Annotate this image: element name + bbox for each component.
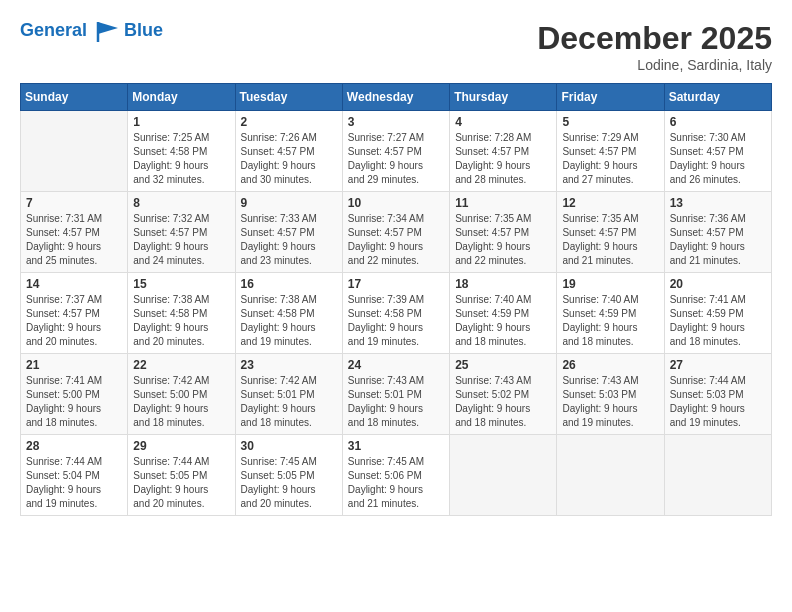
day-number: 10 — [348, 196, 444, 210]
calendar-cell: 22Sunrise: 7:42 AMSunset: 5:00 PMDayligh… — [128, 354, 235, 435]
day-number: 8 — [133, 196, 229, 210]
day-number: 19 — [562, 277, 658, 291]
day-info: Sunrise: 7:31 AMSunset: 4:57 PMDaylight:… — [26, 212, 122, 268]
calendar-cell: 30Sunrise: 7:45 AMSunset: 5:05 PMDayligh… — [235, 435, 342, 516]
day-number: 15 — [133, 277, 229, 291]
calendar-week-row: 21Sunrise: 7:41 AMSunset: 5:00 PMDayligh… — [21, 354, 772, 435]
day-number: 3 — [348, 115, 444, 129]
calendar-cell: 13Sunrise: 7:36 AMSunset: 4:57 PMDayligh… — [664, 192, 771, 273]
day-info: Sunrise: 7:34 AMSunset: 4:57 PMDaylight:… — [348, 212, 444, 268]
calendar-cell: 23Sunrise: 7:42 AMSunset: 5:01 PMDayligh… — [235, 354, 342, 435]
day-number: 6 — [670, 115, 766, 129]
weekday-header-saturday: Saturday — [664, 84, 771, 111]
day-number: 18 — [455, 277, 551, 291]
day-number: 24 — [348, 358, 444, 372]
day-number: 9 — [241, 196, 337, 210]
day-info: Sunrise: 7:25 AMSunset: 4:58 PMDaylight:… — [133, 131, 229, 187]
day-number: 26 — [562, 358, 658, 372]
day-number: 13 — [670, 196, 766, 210]
day-info: Sunrise: 7:40 AMSunset: 4:59 PMDaylight:… — [562, 293, 658, 349]
calendar-week-row: 28Sunrise: 7:44 AMSunset: 5:04 PMDayligh… — [21, 435, 772, 516]
day-number: 7 — [26, 196, 122, 210]
day-number: 4 — [455, 115, 551, 129]
day-info: Sunrise: 7:44 AMSunset: 5:05 PMDaylight:… — [133, 455, 229, 511]
day-number: 14 — [26, 277, 122, 291]
day-info: Sunrise: 7:33 AMSunset: 4:57 PMDaylight:… — [241, 212, 337, 268]
day-info: Sunrise: 7:41 AMSunset: 4:59 PMDaylight:… — [670, 293, 766, 349]
calendar-week-row: 14Sunrise: 7:37 AMSunset: 4:57 PMDayligh… — [21, 273, 772, 354]
calendar-week-row: 7Sunrise: 7:31 AMSunset: 4:57 PMDaylight… — [21, 192, 772, 273]
day-info: Sunrise: 7:30 AMSunset: 4:57 PMDaylight:… — [670, 131, 766, 187]
day-info: Sunrise: 7:43 AMSunset: 5:02 PMDaylight:… — [455, 374, 551, 430]
svg-marker-0 — [98, 22, 118, 34]
day-info: Sunrise: 7:44 AMSunset: 5:03 PMDaylight:… — [670, 374, 766, 430]
weekday-header-thursday: Thursday — [450, 84, 557, 111]
calendar-cell: 1Sunrise: 7:25 AMSunset: 4:58 PMDaylight… — [128, 111, 235, 192]
calendar-cell: 14Sunrise: 7:37 AMSunset: 4:57 PMDayligh… — [21, 273, 128, 354]
calendar-cell — [21, 111, 128, 192]
calendar-cell: 8Sunrise: 7:32 AMSunset: 4:57 PMDaylight… — [128, 192, 235, 273]
day-info: Sunrise: 7:40 AMSunset: 4:59 PMDaylight:… — [455, 293, 551, 349]
calendar-cell: 27Sunrise: 7:44 AMSunset: 5:03 PMDayligh… — [664, 354, 771, 435]
day-info: Sunrise: 7:39 AMSunset: 4:58 PMDaylight:… — [348, 293, 444, 349]
day-number: 23 — [241, 358, 337, 372]
calendar-cell: 12Sunrise: 7:35 AMSunset: 4:57 PMDayligh… — [557, 192, 664, 273]
day-info: Sunrise: 7:27 AMSunset: 4:57 PMDaylight:… — [348, 131, 444, 187]
day-number: 28 — [26, 439, 122, 453]
day-number: 1 — [133, 115, 229, 129]
calendar-cell: 7Sunrise: 7:31 AMSunset: 4:57 PMDaylight… — [21, 192, 128, 273]
day-number: 20 — [670, 277, 766, 291]
weekday-header-tuesday: Tuesday — [235, 84, 342, 111]
day-info: Sunrise: 7:37 AMSunset: 4:57 PMDaylight:… — [26, 293, 122, 349]
day-number: 16 — [241, 277, 337, 291]
weekday-header-wednesday: Wednesday — [342, 84, 449, 111]
day-number: 11 — [455, 196, 551, 210]
day-info: Sunrise: 7:36 AMSunset: 4:57 PMDaylight:… — [670, 212, 766, 268]
calendar-cell: 3Sunrise: 7:27 AMSunset: 4:57 PMDaylight… — [342, 111, 449, 192]
calendar-cell: 9Sunrise: 7:33 AMSunset: 4:57 PMDaylight… — [235, 192, 342, 273]
weekday-header-friday: Friday — [557, 84, 664, 111]
calendar-cell: 5Sunrise: 7:29 AMSunset: 4:57 PMDaylight… — [557, 111, 664, 192]
day-info: Sunrise: 7:38 AMSunset: 4:58 PMDaylight:… — [241, 293, 337, 349]
calendar-cell — [450, 435, 557, 516]
day-info: Sunrise: 7:28 AMSunset: 4:57 PMDaylight:… — [455, 131, 551, 187]
day-number: 25 — [455, 358, 551, 372]
calendar-cell: 6Sunrise: 7:30 AMSunset: 4:57 PMDaylight… — [664, 111, 771, 192]
weekday-header-monday: Monday — [128, 84, 235, 111]
logo-general: General — [20, 20, 87, 40]
calendar-cell: 2Sunrise: 7:26 AMSunset: 4:57 PMDaylight… — [235, 111, 342, 192]
day-info: Sunrise: 7:42 AMSunset: 5:01 PMDaylight:… — [241, 374, 337, 430]
day-info: Sunrise: 7:35 AMSunset: 4:57 PMDaylight:… — [562, 212, 658, 268]
day-info: Sunrise: 7:42 AMSunset: 5:00 PMDaylight:… — [133, 374, 229, 430]
day-number: 17 — [348, 277, 444, 291]
calendar-cell: 25Sunrise: 7:43 AMSunset: 5:02 PMDayligh… — [450, 354, 557, 435]
day-info: Sunrise: 7:45 AMSunset: 5:05 PMDaylight:… — [241, 455, 337, 511]
calendar-cell — [557, 435, 664, 516]
day-info: Sunrise: 7:45 AMSunset: 5:06 PMDaylight:… — [348, 455, 444, 511]
calendar-cell: 18Sunrise: 7:40 AMSunset: 4:59 PMDayligh… — [450, 273, 557, 354]
title-block: December 2025 Lodine, Sardinia, Italy — [537, 20, 772, 73]
calendar-cell: 21Sunrise: 7:41 AMSunset: 5:00 PMDayligh… — [21, 354, 128, 435]
day-number: 22 — [133, 358, 229, 372]
calendar-cell: 26Sunrise: 7:43 AMSunset: 5:03 PMDayligh… — [557, 354, 664, 435]
calendar-cell: 24Sunrise: 7:43 AMSunset: 5:01 PMDayligh… — [342, 354, 449, 435]
page-header: General Blue December 2025 Lodine, Sardi… — [20, 20, 772, 73]
calendar-table: SundayMondayTuesdayWednesdayThursdayFrid… — [20, 83, 772, 516]
day-number: 5 — [562, 115, 658, 129]
day-info: Sunrise: 7:38 AMSunset: 4:58 PMDaylight:… — [133, 293, 229, 349]
calendar-cell: 10Sunrise: 7:34 AMSunset: 4:57 PMDayligh… — [342, 192, 449, 273]
day-number: 21 — [26, 358, 122, 372]
calendar-cell: 20Sunrise: 7:41 AMSunset: 4:59 PMDayligh… — [664, 273, 771, 354]
day-number: 27 — [670, 358, 766, 372]
calendar-cell — [664, 435, 771, 516]
calendar-cell: 19Sunrise: 7:40 AMSunset: 4:59 PMDayligh… — [557, 273, 664, 354]
calendar-cell: 11Sunrise: 7:35 AMSunset: 4:57 PMDayligh… — [450, 192, 557, 273]
month-title: December 2025 — [537, 20, 772, 57]
location-label: Lodine, Sardinia, Italy — [537, 57, 772, 73]
calendar-cell: 29Sunrise: 7:44 AMSunset: 5:05 PMDayligh… — [128, 435, 235, 516]
day-number: 29 — [133, 439, 229, 453]
day-number: 2 — [241, 115, 337, 129]
day-number: 12 — [562, 196, 658, 210]
logo: General Blue — [20, 20, 163, 42]
calendar-cell: 28Sunrise: 7:44 AMSunset: 5:04 PMDayligh… — [21, 435, 128, 516]
